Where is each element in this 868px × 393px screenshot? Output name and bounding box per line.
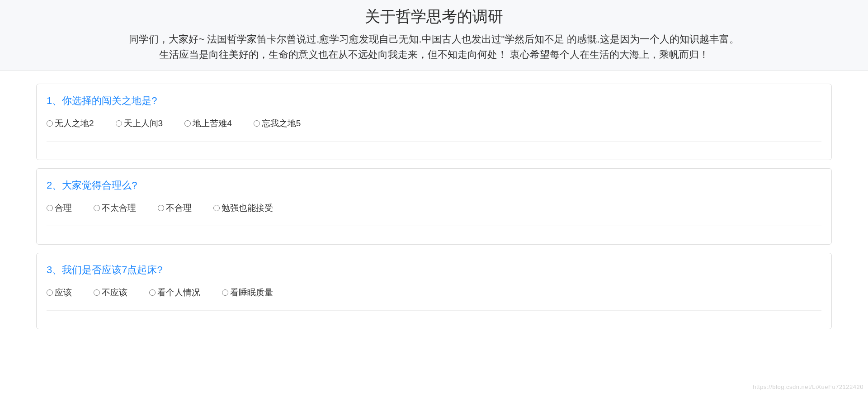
option[interactable]: 不应该	[94, 287, 127, 298]
option-radio[interactable]	[47, 289, 53, 296]
option-radio[interactable]	[149, 289, 156, 296]
option-label: 天上人间3	[124, 118, 163, 129]
option-label: 不合理	[166, 202, 192, 214]
option-label: 忘我之地5	[262, 118, 301, 129]
survey-description: 同学们，大家好~ 法国哲学家笛卡尔曾说过.愈学习愈发现自己无知.中国古人也发出过…	[129, 32, 739, 62]
option[interactable]: 不合理	[158, 202, 192, 214]
option[interactable]: 看睡眠质量	[222, 287, 273, 298]
question-options: 应该 不应该 看个人情况 看睡眠质量	[47, 287, 821, 311]
option[interactable]: 地上苦难4	[184, 118, 232, 129]
option-label: 看睡眠质量	[230, 287, 273, 298]
option-radio[interactable]	[47, 205, 53, 211]
survey-content: 1、你选择的闯关之地是? 无人之地2 天上人间3 地上苦难4 忘我之地5	[0, 71, 868, 347]
option-label: 合理	[55, 202, 72, 214]
survey-header: 关于哲学思考的调研 同学们，大家好~ 法国哲学家笛卡尔曾说过.愈学习愈发现自己无…	[0, 0, 868, 71]
question-card: 3、我们是否应该7点起床? 应该 不应该 看个人情况 看睡眠质量	[36, 253, 832, 329]
option[interactable]: 勉强也能接受	[213, 202, 273, 214]
option-label: 无人之地2	[55, 118, 94, 129]
option-radio[interactable]	[94, 205, 100, 211]
option-label: 不太合理	[102, 202, 136, 214]
option-radio[interactable]	[116, 120, 122, 127]
option[interactable]: 天上人间3	[116, 118, 163, 129]
option-radio[interactable]	[184, 120, 191, 127]
option-radio[interactable]	[47, 120, 53, 127]
option[interactable]: 合理	[47, 202, 72, 214]
option[interactable]: 应该	[47, 287, 72, 298]
option-label: 勉强也能接受	[222, 202, 273, 214]
option[interactable]: 忘我之地5	[254, 118, 301, 129]
question-options: 合理 不太合理 不合理 勉强也能接受	[47, 202, 821, 226]
option-radio[interactable]	[254, 120, 260, 127]
option[interactable]: 看个人情况	[149, 287, 200, 298]
option-radio[interactable]	[222, 289, 228, 296]
option-radio[interactable]	[158, 205, 164, 211]
option-radio[interactable]	[94, 289, 100, 296]
option[interactable]: 不太合理	[94, 202, 136, 214]
question-card: 2、大家觉得合理么? 合理 不太合理 不合理 勉强也能接受	[36, 168, 832, 245]
option-label: 应该	[55, 287, 72, 298]
survey-title: 关于哲学思考的调研	[36, 6, 832, 27]
question-title: 3、我们是否应该7点起床?	[47, 263, 821, 277]
page-scroll-container[interactable]: 关于哲学思考的调研 同学们，大家好~ 法国哲学家笛卡尔曾说过.愈学习愈发现自己无…	[0, 0, 868, 393]
question-card: 1、你选择的闯关之地是? 无人之地2 天上人间3 地上苦难4 忘我之地5	[36, 84, 832, 160]
option-label: 看个人情况	[157, 287, 200, 298]
option[interactable]: 无人之地2	[47, 118, 94, 129]
question-title: 1、你选择的闯关之地是?	[47, 94, 821, 108]
option-label: 地上苦难4	[193, 118, 232, 129]
question-title: 2、大家觉得合理么?	[47, 179, 821, 192]
option-radio[interactable]	[213, 205, 220, 211]
question-options: 无人之地2 天上人间3 地上苦难4 忘我之地5	[47, 118, 821, 142]
option-label: 不应该	[102, 287, 127, 298]
